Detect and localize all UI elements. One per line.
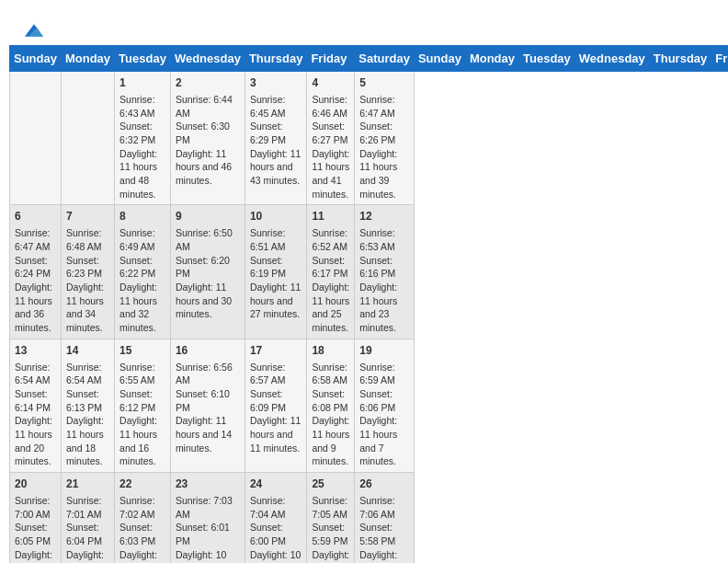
header-friday: Friday [711, 46, 728, 72]
day-info: Sunrise: 6:48 AM Sunset: 6:23 PM Dayligh… [66, 226, 109, 335]
day-info: Sunrise: 6:45 AM Sunset: 6:29 PM Dayligh… [250, 93, 302, 188]
calendar-cell: 19Sunrise: 6:59 AM Sunset: 6:06 PM Dayli… [355, 339, 415, 472]
calendar-cell: 9Sunrise: 6:50 AM Sunset: 6:20 PM Daylig… [170, 205, 245, 339]
header-wednesday: Wednesday [170, 46, 245, 72]
calendar-cell: 23Sunrise: 7:03 AM Sunset: 6:01 PM Dayli… [170, 473, 245, 563]
day-number: 16 [176, 343, 240, 359]
day-number: 6 [15, 209, 56, 224]
calendar-table: SundayMondayTuesdayWednesdayThursdayFrid… [9, 45, 728, 563]
day-number: 12 [359, 209, 409, 224]
calendar-header-row: SundayMondayTuesdayWednesdayThursdayFrid… [10, 46, 729, 72]
logo-text [23, 18, 43, 40]
calendar-cell: 17Sunrise: 6:57 AM Sunset: 6:09 PM Dayli… [245, 339, 307, 472]
day-info: Sunrise: 6:52 AM Sunset: 6:17 PM Dayligh… [312, 226, 349, 335]
day-info: Sunrise: 6:57 AM Sunset: 6:09 PM Dayligh… [250, 361, 302, 455]
day-info: Sunrise: 6:56 AM Sunset: 6:10 PM Dayligh… [176, 361, 240, 455]
day-number: 21 [66, 477, 109, 492]
day-number: 17 [250, 343, 302, 359]
day-info: Sunrise: 7:05 AM Sunset: 5:59 PM Dayligh… [312, 494, 349, 563]
day-number: 10 [250, 209, 302, 224]
day-number: 20 [15, 477, 56, 492]
calendar-cell: 2Sunrise: 6:44 AM Sunset: 6:30 PM Daylig… [170, 72, 245, 205]
calendar-cell [61, 72, 114, 205]
day-info: Sunrise: 6:54 AM Sunset: 6:14 PM Dayligh… [15, 361, 56, 469]
day-info: Sunrise: 6:47 AM Sunset: 6:26 PM Dayligh… [359, 93, 409, 201]
calendar-cell: 4Sunrise: 6:46 AM Sunset: 6:27 PM Daylig… [307, 72, 355, 205]
calendar-cell: 14Sunrise: 6:54 AM Sunset: 6:13 PM Dayli… [61, 339, 114, 472]
day-number: 18 [312, 343, 349, 359]
day-number: 8 [119, 209, 165, 224]
calendar-cell: 8Sunrise: 6:49 AM Sunset: 6:22 PM Daylig… [115, 205, 171, 339]
day-number: 4 [312, 75, 349, 91]
calendar-cell: 25Sunrise: 7:05 AM Sunset: 5:59 PM Dayli… [307, 473, 355, 563]
day-info: Sunrise: 6:55 AM Sunset: 6:12 PM Dayligh… [119, 361, 165, 469]
calendar-cell [10, 72, 62, 205]
header-sunday: Sunday [10, 46, 62, 72]
calendar-cell: 13Sunrise: 6:54 AM Sunset: 6:14 PM Dayli… [10, 339, 62, 472]
calendar-cell: 11Sunrise: 6:52 AM Sunset: 6:17 PM Dayli… [307, 205, 355, 339]
day-number: 2 [176, 75, 240, 91]
day-info: Sunrise: 6:44 AM Sunset: 6:30 PM Dayligh… [176, 93, 240, 188]
calendar-cell: 10Sunrise: 6:51 AM Sunset: 6:19 PM Dayli… [245, 205, 307, 339]
calendar-cell: 21Sunrise: 7:01 AM Sunset: 6:04 PM Dayli… [61, 473, 114, 563]
calendar-cell: 1Sunrise: 6:43 AM Sunset: 6:32 PM Daylig… [115, 72, 171, 205]
calendar-cell: 26Sunrise: 7:06 AM Sunset: 5:58 PM Dayli… [355, 473, 415, 563]
day-number: 25 [312, 477, 349, 492]
calendar-cell: 24Sunrise: 7:04 AM Sunset: 6:00 PM Dayli… [245, 473, 307, 563]
day-number: 13 [15, 343, 56, 359]
day-info: Sunrise: 7:06 AM Sunset: 5:58 PM Dayligh… [359, 494, 409, 563]
calendar-cell: 12Sunrise: 6:53 AM Sunset: 6:16 PM Dayli… [355, 205, 415, 339]
logo [23, 18, 43, 40]
header-sunday: Sunday [414, 46, 465, 72]
day-number: 11 [312, 209, 349, 224]
header-monday: Monday [61, 46, 114, 72]
day-number: 24 [250, 477, 302, 492]
day-number: 3 [250, 75, 302, 91]
day-number: 15 [119, 343, 165, 359]
header-thursday: Thursday [245, 46, 307, 72]
day-info: Sunrise: 6:47 AM Sunset: 6:24 PM Dayligh… [15, 226, 56, 335]
day-number: 7 [66, 209, 109, 224]
day-info: Sunrise: 7:02 AM Sunset: 6:03 PM Dayligh… [119, 494, 165, 563]
header-tuesday: Tuesday [115, 46, 171, 72]
header-wednesday: Wednesday [574, 46, 649, 72]
calendar-cell: 20Sunrise: 7:00 AM Sunset: 6:05 PM Dayli… [10, 473, 62, 563]
page-header [9, 9, 719, 45]
day-info: Sunrise: 6:43 AM Sunset: 6:32 PM Dayligh… [119, 93, 165, 201]
day-number: 26 [359, 477, 409, 492]
day-info: Sunrise: 6:46 AM Sunset: 6:27 PM Dayligh… [312, 93, 349, 201]
calendar-cell: 22Sunrise: 7:02 AM Sunset: 6:03 PM Dayli… [115, 473, 171, 563]
day-number: 9 [176, 209, 240, 224]
calendar-cell: 16Sunrise: 6:56 AM Sunset: 6:10 PM Dayli… [170, 339, 245, 472]
day-info: Sunrise: 6:49 AM Sunset: 6:22 PM Dayligh… [119, 226, 165, 335]
day-number: 23 [176, 477, 240, 492]
day-info: Sunrise: 6:51 AM Sunset: 6:19 PM Dayligh… [250, 226, 302, 321]
calendar-week-3: 13Sunrise: 6:54 AM Sunset: 6:14 PM Dayli… [10, 339, 729, 472]
day-info: Sunrise: 7:01 AM Sunset: 6:04 PM Dayligh… [66, 494, 109, 563]
day-info: Sunrise: 7:03 AM Sunset: 6:01 PM Dayligh… [176, 494, 240, 563]
day-info: Sunrise: 6:53 AM Sunset: 6:16 PM Dayligh… [359, 226, 409, 335]
day-info: Sunrise: 6:50 AM Sunset: 6:20 PM Dayligh… [176, 226, 240, 321]
header-saturday: Saturday [355, 46, 415, 72]
day-info: Sunrise: 6:54 AM Sunset: 6:13 PM Dayligh… [66, 361, 109, 469]
header-thursday: Thursday [649, 46, 711, 72]
calendar-cell: 5Sunrise: 6:47 AM Sunset: 6:26 PM Daylig… [355, 72, 415, 205]
header-tuesday: Tuesday [519, 46, 575, 72]
day-info: Sunrise: 6:59 AM Sunset: 6:06 PM Dayligh… [359, 361, 409, 469]
calendar-cell: 3Sunrise: 6:45 AM Sunset: 6:29 PM Daylig… [245, 72, 307, 205]
calendar-cell: 15Sunrise: 6:55 AM Sunset: 6:12 PM Dayli… [115, 339, 171, 472]
calendar-cell: 6Sunrise: 6:47 AM Sunset: 6:24 PM Daylig… [10, 205, 62, 339]
calendar-week-2: 6Sunrise: 6:47 AM Sunset: 6:24 PM Daylig… [10, 205, 729, 339]
day-number: 22 [119, 477, 165, 492]
day-number: 14 [66, 343, 109, 359]
day-number: 1 [119, 75, 165, 91]
day-info: Sunrise: 7:00 AM Sunset: 6:05 PM Dayligh… [15, 494, 56, 563]
header-friday: Friday [307, 46, 355, 72]
day-number: 5 [359, 75, 409, 91]
header-monday: Monday [465, 46, 518, 72]
calendar-week-4: 20Sunrise: 7:00 AM Sunset: 6:05 PM Dayli… [10, 473, 729, 563]
calendar-cell: 7Sunrise: 6:48 AM Sunset: 6:23 PM Daylig… [61, 205, 114, 339]
calendar-cell: 18Sunrise: 6:58 AM Sunset: 6:08 PM Dayli… [307, 339, 355, 472]
day-number: 19 [359, 343, 409, 359]
day-info: Sunrise: 6:58 AM Sunset: 6:08 PM Dayligh… [312, 361, 349, 469]
